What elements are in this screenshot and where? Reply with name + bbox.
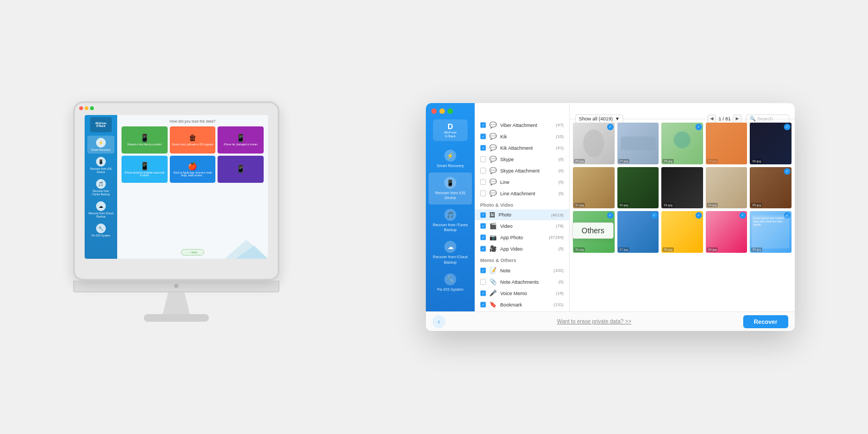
imac-tile-locked[interactable]: 📱 iPhone locked by forgotten passcode & … xyxy=(122,156,168,183)
photo-thumb-38[interactable]: 38.jpg ✓ xyxy=(661,211,703,253)
window-traffic-lights xyxy=(431,108,453,114)
imac-sidebar-item-itunes[interactable]: 🎵 Recover from iTunes Backup xyxy=(87,177,114,198)
thumb-label-34: 34.jpg xyxy=(707,203,718,207)
imac-back-button[interactable]: ← back xyxy=(181,249,205,256)
imac-sidebar-item-fix[interactable]: 🔧 Fix iOS System xyxy=(87,221,114,239)
thumb-check-36: ✓ xyxy=(607,212,614,219)
win-logo: D iMyFoneD-Back xyxy=(433,119,468,141)
window-back-button[interactable]: ‹ xyxy=(432,315,445,328)
imac-ios-icon: 📱 xyxy=(96,157,106,167)
imac-mockup: iMyFoneD-Back ⚡ Smart Recovery 📱 Recover… xyxy=(73,101,279,322)
imac-sidebar-label-itunes: Recover from iTunes Backup xyxy=(88,189,113,196)
cat-item-viber-attachment[interactable]: ✓ 💬 Viber Attachment (47) xyxy=(475,119,569,131)
cat-item-kik-attachment[interactable]: ✓ 💬 Kik Attachment (41) xyxy=(475,142,569,154)
photo-thumb-26[interactable]: 26.jpg ✓ xyxy=(573,123,615,164)
win-logo-icon: D xyxy=(448,122,453,131)
cat-item-skype[interactable]: 💬 Skype (0) xyxy=(475,154,569,165)
imac-sidebar-label-icloud: Recover from iCloud Backup xyxy=(88,212,113,218)
thumb-label-30: 30.jpg xyxy=(751,159,762,163)
imac-tile-other-icon: 📱 xyxy=(236,164,245,173)
cat-label-viber: Viber Attachment xyxy=(500,123,553,128)
photo-thumb-40[interactable]: 40.jpg ✓ Lorem ipsum text content area w… xyxy=(750,211,792,253)
imac-sidebar-item-ios[interactable]: 📱 Recover from iOS Device xyxy=(87,155,114,176)
win-nav-icloud[interactable]: ☁ Recover from iCloud Backup xyxy=(429,237,472,269)
win-nav-smart-recovery[interactable]: ⚡ Smart Recovery xyxy=(429,145,472,173)
cat-item-bookmark[interactable]: ✓ 🔖 Bookmark (131) xyxy=(475,299,569,310)
erase-private-data-link[interactable]: Want to erase private data? >> xyxy=(445,318,743,324)
photo-thumb-32[interactable]: 32.jpg xyxy=(617,167,659,209)
window-tl-yellow[interactable] xyxy=(439,108,445,114)
photo-thumb-33[interactable]: 33.jpg xyxy=(661,167,703,209)
thumb-label-35: 35.jpg xyxy=(751,203,762,207)
cat-icon-note-attachments: 📎 xyxy=(489,278,497,285)
imac-tile-stuck[interactable]: 🍎 Stuck at Apple logo, recovery mode loo… xyxy=(170,156,216,183)
imac-tile-other[interactable]: 📱 xyxy=(218,156,264,183)
imac-tile-damaged[interactable]: 📱 iPhone list, damaged or broken xyxy=(218,126,264,154)
imac-tl-green xyxy=(90,106,94,110)
cat-section-memo-others: Memo & Others xyxy=(475,254,569,265)
cat-item-voice-memo[interactable]: ✓ 🎤 Voice Memo (16) xyxy=(475,288,569,299)
win-nav-fix[interactable]: 🔧 Fix iOS System xyxy=(429,269,472,296)
cat-icon-kik: 💬 xyxy=(489,133,497,140)
win-nav-icloud-label: Recover from iCloud Backup xyxy=(431,254,470,264)
window-tl-red[interactable] xyxy=(431,108,437,114)
cat-item-photo[interactable]: ✓ 🖼 Photo (4019) xyxy=(475,209,569,220)
photo-thumb-28[interactable]: 28.jpg ✓ xyxy=(661,123,703,164)
photo-thumb-39[interactable]: 39.jpg ✓ xyxy=(706,211,748,253)
photo-toolbar: Show all (4019) ▼ ◀ 1 / 81 ▶ 🔍 Search xyxy=(570,103,795,119)
imac-sidebar-item-icloud[interactable]: ☁ Recover from iCloud Backup xyxy=(87,199,114,220)
cat-item-skype-attachment[interactable]: 💬 Skype Attachment (0) xyxy=(475,165,569,176)
thumb-check-39: ✓ xyxy=(739,212,746,219)
window-tl-green[interactable] xyxy=(448,108,453,114)
imac-sidebar-item-smart-recovery[interactable]: ⚡ Smart Recovery xyxy=(87,136,114,154)
photo-thumb-37[interactable]: 37.jpg ✓ xyxy=(617,211,659,253)
cat-checkbox-kik-attachment: ✓ xyxy=(480,145,486,151)
imac-tile-accident[interactable]: 📱 Deleted or lost data by accident xyxy=(122,126,168,154)
cat-label-note-attachments: Note Attachments xyxy=(500,279,555,285)
thumb-check-38: ✓ xyxy=(695,212,702,219)
cat-count-app-video: (5) xyxy=(558,246,564,251)
cat-icon-voice-memo: 🎤 xyxy=(489,290,497,297)
win-nav-ios-device[interactable]: 📱 Recover from iOS Device xyxy=(429,173,472,205)
cat-item-line-attachment[interactable]: 💬 Line Attachment (0) xyxy=(475,188,569,199)
photo-thumb-27[interactable]: 27.jpg xyxy=(617,123,659,164)
cat-item-app-photo[interactable]: ✓ 📷 App Photo (37164) xyxy=(475,232,569,243)
photo-thumb-30[interactable]: 30.jpg ✓ xyxy=(750,123,792,164)
photo-thumb-31[interactable]: 31.jpg xyxy=(573,167,615,209)
cat-item-line[interactable]: 💬 Line (0) xyxy=(475,176,569,188)
recover-button[interactable]: Recover xyxy=(743,315,788,328)
win-nav-itunes[interactable]: 🎵 Recover from iTunes Backup xyxy=(429,205,472,237)
imac-tile-stuck-icon: 🍎 xyxy=(188,162,197,170)
win-nav-itunes-icon: 🎵 xyxy=(444,209,456,221)
cat-item-video[interactable]: ✓ 🎬 Video (78) xyxy=(475,220,569,232)
win-nav-fix-label: Fix iOS System xyxy=(437,287,463,292)
cat-item-kik[interactable]: ✓ 💬 Kik (10) xyxy=(475,131,569,142)
cat-icon-skype-attachment: 💬 xyxy=(489,167,497,174)
imac-icloud-icon: ☁ xyxy=(96,201,106,211)
cat-label-app-video: App Video xyxy=(500,246,555,252)
win-nav-smart-recovery-label: Smart Recovery xyxy=(437,163,464,168)
cat-count-kik-attachment: (41) xyxy=(556,145,564,150)
thumb-label-31: 31.jpg xyxy=(574,203,585,207)
cat-checkbox-bookmark: ✓ xyxy=(480,302,486,308)
cat-label-app-photo: App Photo xyxy=(500,235,545,240)
cat-label-skype: Skype xyxy=(500,157,555,162)
cat-checkbox-line xyxy=(480,179,486,185)
cat-item-app-video[interactable]: ✓ 🎥 App Video (5) xyxy=(475,243,569,254)
cat-checkbox-line-attachment xyxy=(480,190,486,196)
cat-item-note[interactable]: ✓ 📝 Note (102) xyxy=(475,265,569,276)
cat-icon-app-photo: 📷 xyxy=(489,234,497,241)
photo-text-content: Lorem ipsum text content area with small… xyxy=(752,215,789,248)
photo-thumb-34[interactable]: 34.jpg xyxy=(706,167,748,209)
thumb-check-37: ✓ xyxy=(651,212,658,219)
cat-label-voice-memo: Voice Memo xyxy=(500,291,553,296)
cat-item-note-attachments[interactable]: 📎 Note Attachments (0) xyxy=(475,276,569,288)
imac-tile-locked-text: iPhone locked by forgotten passcode & ot… xyxy=(124,171,165,177)
imac-sidebar-label-smart-recovery: Smart Recovery xyxy=(91,148,111,151)
photo-thumb-35[interactable]: 35.jpg ✓ xyxy=(750,167,792,209)
photo-thumb-29[interactable]: 29.jpg xyxy=(706,123,748,164)
imac-tile-reset[interactable]: 🗑 Device reset, jailbreak or iOS upgrade xyxy=(170,126,216,154)
imac-how-lost-title: How did you lose the data? xyxy=(122,119,264,123)
thumb-label-32: 32.jpg xyxy=(618,203,629,207)
imac-body: iMyFoneD-Back ⚡ Smart Recovery 📱 Recover… xyxy=(73,101,279,280)
